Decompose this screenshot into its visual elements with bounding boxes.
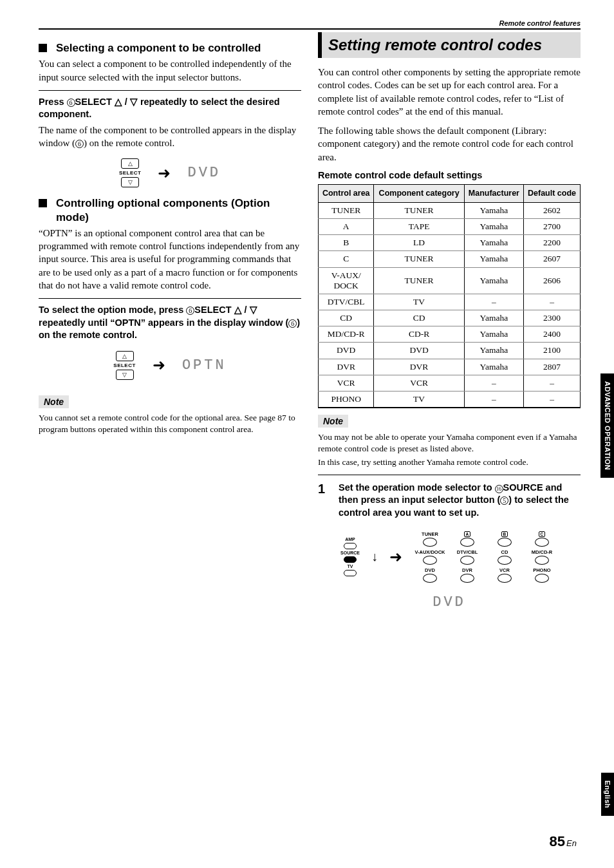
input-button-cell: MD/CD-R [526, 549, 558, 565]
table-cell: VCR [374, 375, 464, 391]
input-button-cell: PHONO [526, 567, 558, 583]
down-triangle-icon: ▽ [250, 305, 257, 315]
arrow-right-icon: ➜ [389, 548, 402, 566]
input-button-label: CD [501, 549, 508, 555]
table-cell: DTV/CBL [319, 294, 374, 310]
table-cell: Yamaha [464, 202, 523, 218]
circled-16-icon: 16 [495, 485, 503, 493]
para-select-intro: You can select a component to be control… [39, 57, 301, 84]
select-label: SELECT [113, 363, 136, 368]
table-cell: CD-R [374, 326, 464, 343]
mode-selector-icon: AMP SOURCE TV [340, 537, 360, 576]
input-button-icon [535, 538, 549, 547]
diagram-select-dvd: △ SELECT ▽ ➜ DVD [39, 158, 301, 187]
table-cell: Yamaha [464, 359, 523, 375]
input-button-icon [460, 574, 474, 583]
input-button-icon [423, 538, 437, 547]
input-button-icon [460, 538, 474, 547]
select-buttons-icon: △ SELECT ▽ [113, 351, 136, 380]
table-cell: Yamaha [464, 218, 523, 234]
circled-5-icon: 5 [500, 496, 508, 505]
table-row: MD/CD-RCD-RYamaha2400 [319, 326, 581, 343]
table-cell: TV [374, 294, 464, 310]
down-button-icon: ▽ [121, 177, 139, 187]
input-button-cell: DVD [414, 567, 446, 583]
note-text-right-2: In this case, try setting another Yamaha… [318, 457, 581, 468]
th-default-code: Default code [524, 184, 581, 202]
table-cell: TV [374, 392, 464, 408]
input-button-icon [498, 574, 512, 583]
input-button-cell: C [526, 531, 558, 547]
circled-6-icon: 6 [67, 99, 75, 107]
section-title-setting-codes: Setting remote control codes [318, 32, 581, 58]
diagram-mode-inputs: AMP SOURCE TV ↓ ➜ TUNERABCV-AUX/DOCKDTV/… [318, 531, 581, 583]
side-tab-advanced: ADVANCED OPERATION [600, 373, 614, 478]
diagram-select-optn: △ SELECT ▽ ➜ OPTN [39, 351, 301, 380]
header-category: Remote control features [39, 19, 581, 28]
input-button-cell: V-AUX/DOCK [414, 549, 446, 565]
th-manufacturer: Manufacturer [464, 184, 523, 202]
table-cell: Yamaha [464, 326, 523, 343]
input-button-icon [423, 556, 437, 565]
input-selector-grid: TUNERABCV-AUX/DOCKDTV/CBLCDMD/CD-RDVDDVR… [414, 531, 558, 583]
select-label: SELECT [119, 170, 142, 176]
table-cell: Yamaha [464, 235, 523, 251]
input-button-icon [535, 574, 549, 583]
mode-slot-amp [344, 543, 357, 549]
table-cell: – [464, 392, 523, 408]
table-body: TUNERTUNERYamaha2602ATAPEYamaha2700BLDYa… [319, 202, 581, 408]
note-text-right-1: You may not be able to operate your Yama… [318, 431, 581, 455]
table-cell: – [464, 294, 523, 310]
table-cell: DVR [374, 359, 464, 375]
side-tab-english: English [601, 773, 614, 816]
table-cell: Yamaha [464, 267, 523, 294]
input-button-label: MD/CD-R [532, 549, 553, 555]
input-button-label: C [539, 531, 546, 537]
table-row: VCRVCR–– [319, 375, 581, 391]
heading-option-mode: Controlling optional components (Option … [39, 196, 301, 224]
input-button-cell: VCR [488, 567, 521, 583]
note-text-left: You cannot set a remote control code for… [39, 412, 301, 435]
input-button-label: TUNER [422, 531, 438, 537]
input-button-cell: TUNER [414, 531, 446, 547]
table-cell: – [464, 375, 523, 391]
table-cell: A [319, 218, 374, 234]
table-cell: TUNER [374, 251, 464, 267]
square-bullet-icon [39, 44, 47, 52]
input-button-cell: B [488, 531, 521, 547]
mode-slot-tv [344, 570, 357, 576]
table-header: Control area Component category Manufact… [319, 184, 581, 202]
input-button-label: A [464, 531, 471, 537]
table-cell: MD/CD-R [319, 326, 374, 343]
table-row: ATAPEYamaha2700 [319, 218, 581, 234]
table-cell: DVR [319, 359, 374, 375]
table-cell: C [319, 251, 374, 267]
input-button-label: DVR [462, 567, 472, 573]
table-cell: 2602 [524, 202, 581, 218]
mode-slot-source [344, 556, 357, 563]
table-cell: 2200 [524, 235, 581, 251]
divider [39, 90, 301, 91]
page-number: 85En [550, 833, 577, 850]
lcd-display-dvd: DVD [187, 165, 221, 181]
input-button-label: DTV/CBL [457, 549, 478, 555]
input-button-label: PHONO [533, 567, 551, 573]
table-cell: 2607 [524, 251, 581, 267]
table-row: CDCDYamaha2300 [319, 310, 581, 326]
top-rule [39, 28, 581, 30]
table-cell: V-AUX/ DOCK [319, 267, 374, 294]
table-cell: LD [374, 235, 464, 251]
circled-6-icon: 6 [186, 307, 194, 315]
para-table-intro: The following table shows the default co… [318, 124, 581, 164]
th-control-area: Control area [319, 184, 374, 202]
table-cell: TUNER [374, 202, 464, 218]
up-triangle-icon: △ [234, 305, 242, 315]
table-row: PHONOTV–– [319, 392, 581, 408]
table-cell: 2807 [524, 359, 581, 375]
input-button-label: B [501, 531, 508, 537]
table-cell: CD [319, 310, 374, 326]
table-row: DTV/CBLTV–– [319, 294, 581, 310]
input-button-icon [460, 556, 474, 565]
down-button-icon: ▽ [116, 370, 134, 380]
lcd-display-optn: OPTN [182, 357, 227, 373]
